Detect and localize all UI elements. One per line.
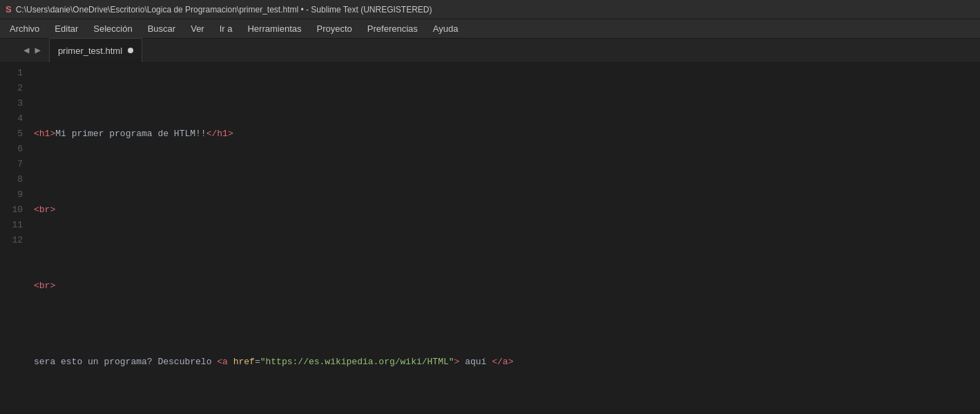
tab-primer-test[interactable]: primer_test.html (49, 38, 142, 62)
menu-proyecto[interactable]: Proyecto (310, 21, 359, 37)
code-line-2: <br> (31, 203, 980, 218)
line-num-7: 7 (6, 157, 23, 172)
code-line-3: <br> (31, 279, 980, 294)
line-num-2: 2 (6, 81, 23, 96)
line-num-12: 12 (6, 233, 23, 248)
menu-buscar[interactable]: Buscar (141, 21, 182, 37)
line-num-4: 4 (6, 111, 23, 126)
title-text: C:\Users\danie\OneDrive\Escritorio\Logic… (16, 5, 432, 15)
line-num-6: 6 (6, 142, 23, 157)
menu-seleccion[interactable]: Selección (86, 21, 139, 37)
menu-preferencias[interactable]: Preferencias (361, 21, 425, 37)
line-num-10: 10 (6, 203, 23, 218)
code-area[interactable]: <h1>Mi primer programa de HTLM!!</h1> <b… (31, 63, 980, 414)
tab-filename: primer_test.html (58, 46, 122, 56)
title-bar: S C:\Users\danie\OneDrive\Escritorio\Log… (0, 0, 980, 19)
tab-bar: ◀ ▶ primer_test.html (0, 39, 980, 63)
line-num-8: 8 (6, 172, 23, 187)
line-num-9: 9 (6, 187, 23, 203)
tab-prev-icon[interactable]: ◀ (21, 44, 32, 56)
tab-next-icon[interactable]: ▶ (32, 44, 43, 56)
line-num-11: 11 (6, 218, 23, 233)
menu-herramientas[interactable]: Herramientas (240, 21, 308, 37)
line-num-5: 5 (6, 126, 23, 142)
tab-unsaved-indicator (128, 48, 133, 53)
code-line-4: sera esto un programa? Descubrelo <a hre… (31, 355, 980, 370)
code-line-1: <h1>Mi primer programa de HTLM!!</h1> (31, 126, 980, 142)
line-numbers: 1 2 3 4 5 6 7 8 9 10 11 12 (0, 63, 31, 414)
menu-ayuda[interactable]: Ayuda (426, 21, 465, 37)
menu-bar: Archivo Editar Selección Buscar Ver Ir a… (0, 19, 980, 39)
menu-ir-a[interactable]: Ir a (213, 21, 240, 37)
line-num-1: 1 (6, 66, 23, 81)
editor: 1 2 3 4 5 6 7 8 9 10 11 12 <h1>Mi primer… (0, 63, 980, 414)
menu-editar[interactable]: Editar (48, 21, 85, 37)
menu-ver[interactable]: Ver (184, 21, 211, 37)
menu-archivo[interactable]: Archivo (3, 21, 46, 37)
line-num-3: 3 (6, 96, 23, 111)
app-icon: S (6, 4, 12, 15)
